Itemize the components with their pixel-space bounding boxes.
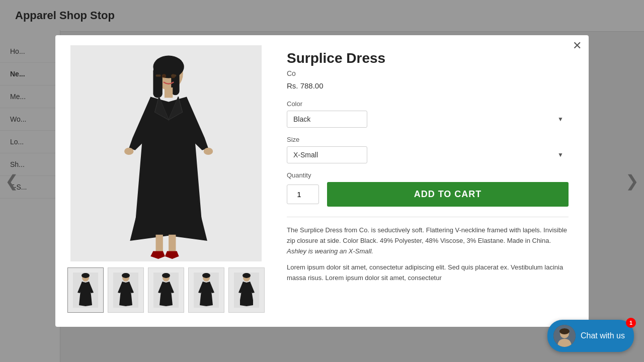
svg-point-16 — [82, 273, 90, 278]
product-brand: Co — [287, 69, 569, 77]
color-select-arrow: ▼ — [557, 116, 564, 123]
description-divider — [287, 217, 569, 217]
thumbnail-3[interactable] — [148, 267, 184, 313]
quantity-cart-row: ADD TO CART — [287, 182, 569, 207]
svg-point-28 — [243, 273, 251, 278]
svg-point-19 — [122, 273, 130, 278]
svg-rect-10 — [156, 74, 161, 76]
svg-point-25 — [202, 273, 210, 278]
size-selector-wrapper: X-Small Small Medium Large X-Large ▼ — [287, 146, 569, 163]
size-label: Size — [287, 136, 569, 143]
product-price: Rs. 788.00 — [287, 81, 569, 90]
svg-point-12 — [204, 148, 213, 155]
chat-button[interactable]: Chat with us 1 — [547, 320, 634, 352]
main-product-image — [70, 45, 262, 261]
add-to-cart-button[interactable]: ADD TO CART — [327, 182, 569, 207]
color-label: Color — [287, 100, 569, 108]
quantity-input[interactable] — [287, 185, 319, 204]
svg-point-8 — [162, 74, 166, 78]
thumbnail-1[interactable] — [67, 267, 104, 313]
size-select-arrow: ▼ — [557, 151, 564, 158]
size-select[interactable]: X-Small Small Medium Large X-Large — [287, 146, 367, 163]
color-selector-wrapper: Black White Navy Red ▼ — [287, 111, 569, 128]
quantity-label: Quantity — [287, 171, 569, 179]
svg-rect-11 — [171, 74, 176, 76]
svg-rect-5 — [165, 87, 173, 98]
svg-rect-6 — [156, 235, 163, 253]
svg-rect-3 — [153, 67, 162, 98]
thumbnail-5[interactable] — [228, 267, 265, 313]
svg-point-13 — [124, 148, 133, 155]
chat-avatar — [553, 325, 576, 347]
product-details-section: Surplice Dress Co Rs. 788.00 Color Black… — [277, 35, 589, 327]
modal-close-button[interactable]: ✕ — [573, 40, 582, 51]
thumbnail-4[interactable] — [188, 267, 224, 313]
svg-point-31 — [559, 328, 570, 334]
chat-label: Chat with us — [581, 331, 625, 340]
product-description: The Surplice Dress from Co. is seductive… — [287, 225, 569, 256]
lorem-text: Lorem ipsum dolor sit amet, consectetur … — [287, 262, 569, 284]
product-title: Surplice Dress — [287, 50, 569, 66]
color-select[interactable]: Black White Navy Red — [287, 111, 367, 128]
product-images-section — [55, 35, 277, 327]
svg-point-22 — [162, 273, 170, 278]
thumbnail-list — [67, 267, 265, 313]
svg-rect-7 — [169, 235, 176, 253]
chat-badge: 1 — [626, 318, 636, 328]
product-modal: ✕ — [55, 35, 589, 327]
thumbnail-2[interactable] — [108, 267, 144, 313]
dress-svg — [70, 45, 262, 261]
